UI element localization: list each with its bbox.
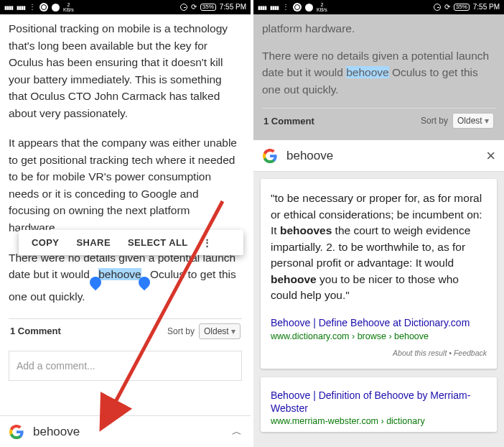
more-icon: ⋮ <box>282 4 289 11</box>
chat-icon <box>52 4 60 11</box>
paragraph-selected[interactable]: There were no details given a potential … <box>9 249 242 305</box>
comments-bar: 1 Comment Sort by Oldest <box>9 318 242 344</box>
sync-icon: ⟳ <box>191 4 197 11</box>
sort-dropdown[interactable]: Oldest <box>452 113 494 129</box>
battery-icon: 35% <box>200 4 216 11</box>
sort-dropdown[interactable]: Oldest <box>199 323 241 339</box>
comments-count[interactable]: 1 Comment <box>10 326 61 336</box>
paragraph-selected: There were no details given a potential … <box>262 47 495 98</box>
more-icon: ⋮ <box>29 4 36 11</box>
add-comment-input[interactable]: Add a comment... <box>9 351 242 381</box>
chat-icon <box>305 4 313 11</box>
sort-label: Sort by <box>167 326 195 336</box>
copy-button[interactable]: COPY <box>23 237 67 248</box>
share-button[interactable]: SHARE <box>67 237 119 248</box>
signal-icon-2 <box>270 4 279 11</box>
sync-icon: ⟳ <box>444 4 450 11</box>
signal-icon <box>258 4 266 11</box>
article-body-dimmed: platform hardware. There were no details… <box>253 14 504 140</box>
google-define-bar-expanded[interactable]: behoove × <box>253 140 504 172</box>
status-bar: ⋮ 2KB/s ⟳ 35% 7:55 PM <box>253 0 504 14</box>
net-speed: 2KB/s <box>317 2 327 12</box>
select-all-button[interactable]: SELECT ALL <box>119 237 197 248</box>
google-define-bar[interactable]: behoove ︿ <box>0 415 251 447</box>
google-icon <box>262 148 278 164</box>
paragraph: platform hardware. <box>262 20 495 37</box>
selected-text[interactable]: behoove <box>98 268 141 280</box>
alarm-icon <box>180 4 187 11</box>
battery-icon: 35% <box>454 4 470 11</box>
close-icon[interactable]: × <box>486 147 495 165</box>
signal-icon <box>4 4 13 11</box>
paragraph: It appears that the company was either u… <box>9 134 242 236</box>
whatsapp-icon <box>293 3 302 11</box>
result-title[interactable]: Behoove | Definition of Behoove by Merri… <box>271 389 487 415</box>
google-icon <box>9 424 24 440</box>
define-query: behoove <box>286 149 477 163</box>
define-query: behoove <box>33 425 223 439</box>
result-card[interactable]: "to be necessary or proper for, as for m… <box>261 179 497 368</box>
result-title[interactable]: Behoove | Define Behoove at Dictionary.c… <box>271 316 487 329</box>
result-url: www.dictionary.com › browse › behoove <box>271 331 487 341</box>
comments-count[interactable]: 1 Comment <box>263 116 314 126</box>
text-selection-menu: COPY SHARE SELECT ALL ⋮ <box>19 230 243 255</box>
left-screenshot: ⋮ 2KB/s ⟳ 35% 7:55 PM Positional trackin… <box>0 0 252 447</box>
signal-icon-2 <box>17 4 25 11</box>
alarm-icon <box>434 4 441 11</box>
result-meta[interactable]: About this result • Feedback <box>271 349 487 357</box>
search-results[interactable]: "to be necessary or proper for, as for m… <box>253 172 504 447</box>
clock-time: 7:55 PM <box>220 4 246 11</box>
more-options-button[interactable]: ⋮ <box>197 237 217 248</box>
article-body: Positional tracking on mobile is a techn… <box>0 14 251 415</box>
selected-text: behoove <box>346 66 388 78</box>
definition-snippet: "to be necessary or proper for, as for m… <box>271 190 487 303</box>
status-bar: ⋮ 2KB/s ⟳ 35% 7:55 PM <box>0 0 251 14</box>
result-card[interactable]: Behoove | Definition of Behoove by Merri… <box>261 377 497 432</box>
sort-label: Sort by <box>421 116 448 126</box>
comments-bar: 1 Comment Sort by Oldest <box>262 108 495 133</box>
paragraph: Positional tracking on mobile is a techn… <box>9 20 242 121</box>
clock-time: 7:55 PM <box>473 4 500 11</box>
result-url: www.merriam-webster.com › dictionary <box>271 416 487 426</box>
chevron-up-icon[interactable]: ︿ <box>232 425 242 438</box>
whatsapp-icon <box>39 3 48 11</box>
right-screenshot: ⋮ 2KB/s ⟳ 35% 7:55 PM platform hardware.… <box>252 0 504 447</box>
net-speed: 2KB/s <box>63 2 74 12</box>
